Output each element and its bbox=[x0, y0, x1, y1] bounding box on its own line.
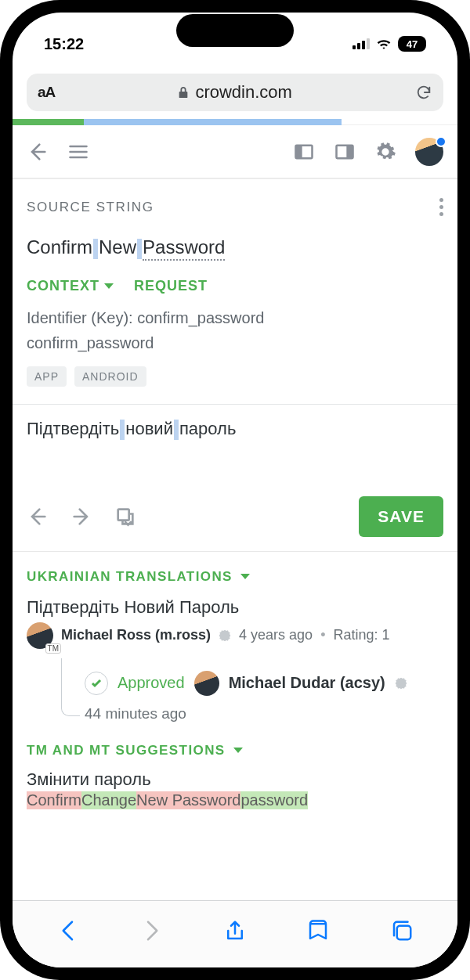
translation-rating: Rating: 1 bbox=[333, 627, 389, 643]
source-word[interactable]: Password bbox=[143, 236, 225, 261]
identifier-line: Identifier (Key): confirm_password bbox=[27, 305, 443, 330]
tm-badge: TM bbox=[45, 643, 61, 654]
separator: • bbox=[320, 627, 325, 643]
copy-source-icon[interactable] bbox=[114, 506, 136, 528]
safari-toolbar bbox=[13, 900, 457, 967]
source-meta: Identifier (Key): confirm_password confi… bbox=[13, 301, 457, 363]
diff-deleted: Confirm bbox=[27, 791, 81, 809]
tm-heading[interactable]: TM AND MT SUGGESTIONS bbox=[13, 726, 457, 769]
space-marker-icon bbox=[137, 239, 142, 259]
tabs-icon[interactable] bbox=[390, 919, 414, 942]
cellular-icon bbox=[352, 38, 370, 49]
svg-rect-4 bbox=[118, 510, 129, 521]
gear-icon[interactable] bbox=[374, 141, 396, 163]
chevron-down-icon bbox=[104, 283, 114, 289]
address-bar[interactable]: aA crowdin.com bbox=[27, 74, 443, 111]
share-icon[interactable] bbox=[223, 919, 247, 942]
back-icon[interactable] bbox=[56, 919, 80, 942]
reload-icon[interactable] bbox=[415, 84, 432, 101]
tm-heading-label: TM AND MT SUGGESTIONS bbox=[27, 743, 226, 758]
forward-icon bbox=[140, 919, 164, 942]
prev-string-icon[interactable] bbox=[27, 506, 49, 528]
url-display[interactable]: crowdin.com bbox=[63, 82, 407, 103]
request-label: REQUEST bbox=[134, 278, 208, 294]
status-time: 15:22 bbox=[44, 35, 130, 53]
key-value: confirm_password bbox=[27, 330, 443, 355]
editor-toolbar bbox=[13, 125, 457, 178]
tag-row: APP ANDROID bbox=[13, 363, 457, 404]
source-string-header: SOURCE STRING bbox=[13, 178, 457, 224]
diff-added: password bbox=[240, 791, 308, 809]
translation-text: Підтвердіть Новий Пароль bbox=[27, 597, 443, 618]
verified-icon bbox=[395, 677, 407, 690]
verified-icon bbox=[219, 629, 231, 642]
reader-mode-icon[interactable]: aA bbox=[38, 84, 55, 101]
chevron-down-icon bbox=[233, 748, 243, 753]
editor-action-toolbar: SAVE bbox=[13, 490, 457, 552]
thread-connector-icon bbox=[61, 658, 80, 716]
bookmarks-icon[interactable] bbox=[306, 919, 330, 942]
tag-chip[interactable]: APP bbox=[27, 366, 67, 387]
translations-heading[interactable]: UKRAINIAN TRANSLATIONS bbox=[13, 552, 457, 596]
author-name[interactable]: Michael Ross (m.ross) bbox=[61, 627, 211, 643]
save-button[interactable]: SAVE bbox=[359, 496, 443, 537]
status-indicators: 47 bbox=[352, 36, 426, 52]
space-marker-icon bbox=[120, 420, 125, 440]
context-dropdown[interactable]: CONTEXT bbox=[27, 278, 114, 294]
avatar: TM bbox=[27, 622, 53, 649]
diff-deleted: New Password bbox=[136, 791, 240, 809]
translations-heading-label: UKRAINIAN TRANSLATIONS bbox=[27, 569, 233, 585]
source-string-text: ConfirmNewPassword bbox=[13, 224, 457, 267]
avatar bbox=[194, 671, 219, 696]
layout-left-icon[interactable] bbox=[293, 141, 315, 163]
translation-item[interactable]: Підтвердіть Новий Пароль TM Michael Ross… bbox=[13, 596, 457, 658]
translation-word: Підтвердіть bbox=[27, 419, 119, 438]
diff-added: Change bbox=[81, 791, 136, 809]
translation-word: пароль bbox=[179, 419, 236, 438]
translation-word: новий bbox=[125, 419, 173, 438]
wifi-icon bbox=[376, 38, 392, 50]
more-icon[interactable] bbox=[439, 198, 443, 216]
tm-diff: ConfirmChange New Passwordpassword bbox=[13, 790, 457, 809]
address-bar-row: aA crowdin.com bbox=[13, 69, 457, 119]
tm-suggestion-text[interactable]: Змінити пароль bbox=[13, 769, 457, 790]
svg-rect-1 bbox=[296, 145, 302, 157]
svg-rect-3 bbox=[346, 145, 352, 157]
notification-dot-icon bbox=[436, 136, 446, 147]
context-toolbar: CONTEXT REQUEST bbox=[13, 267, 457, 301]
url-text: crowdin.com bbox=[195, 82, 291, 103]
space-marker-icon bbox=[174, 420, 179, 440]
tag-chip[interactable]: ANDROID bbox=[74, 366, 146, 387]
translation-progress-bar bbox=[13, 119, 457, 125]
layout-right-icon[interactable] bbox=[334, 141, 356, 163]
back-icon[interactable] bbox=[27, 141, 49, 163]
source-string-label: SOURCE STRING bbox=[27, 200, 154, 215]
chevron-down-icon bbox=[240, 574, 250, 579]
translation-meta: TM Michael Ross (m.ross) 4 years ago • R… bbox=[27, 622, 443, 649]
avatar[interactable] bbox=[415, 138, 443, 166]
translation-editor[interactable]: Підтвердітьновийпароль bbox=[13, 404, 457, 490]
phone-screen: 15:22 47 aA crowdin.com bbox=[13, 13, 457, 967]
svg-rect-5 bbox=[397, 925, 411, 939]
approved-label: Approved bbox=[118, 674, 185, 692]
source-word[interactable]: Confirm bbox=[27, 236, 92, 259]
context-label: CONTEXT bbox=[27, 278, 99, 294]
approved-check-icon bbox=[85, 672, 108, 695]
menu-icon[interactable] bbox=[67, 141, 89, 163]
phone-frame: 15:22 47 aA crowdin.com bbox=[0, 0, 470, 980]
battery-icon: 47 bbox=[398, 36, 426, 52]
translation-age: 4 years ago bbox=[239, 627, 313, 643]
source-word[interactable]: New bbox=[99, 236, 136, 259]
dynamic-island bbox=[176, 14, 294, 47]
approver-name[interactable]: Michael Dudar (acsy) bbox=[229, 674, 385, 692]
space-marker-icon bbox=[93, 239, 98, 259]
request-button[interactable]: REQUEST bbox=[134, 278, 208, 294]
next-string-icon[interactable] bbox=[70, 506, 92, 528]
lock-icon bbox=[178, 86, 189, 99]
